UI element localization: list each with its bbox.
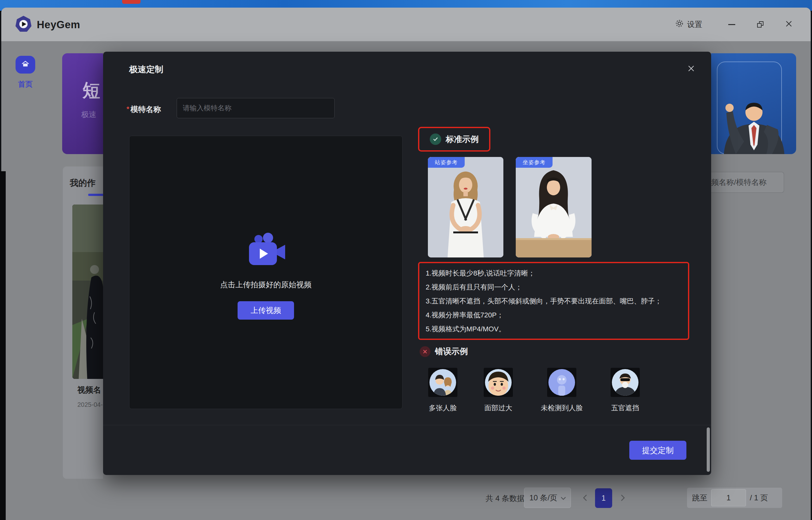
home-icon: [21, 60, 29, 70]
error-caption: 多张人脸: [429, 403, 457, 413]
brand: HeyGem: [15, 16, 80, 34]
face-too-large-avatar: [484, 368, 513, 397]
jump-page-input[interactable]: [711, 489, 746, 506]
video-name: 视频名: [77, 385, 101, 395]
titlebar: HeyGem 设置: [1, 8, 811, 41]
error-example-item: 面部过大: [470, 368, 527, 413]
error-circle-icon: [420, 346, 430, 357]
my-works-card: 我的作 视频名 2025-04-: [63, 166, 103, 479]
quick-customization-modal: 极速定制 *模特名称 点击上传拍摄好的原始视频 上传视频: [103, 52, 711, 475]
standing-pose-photo: 站姿参考: [428, 157, 503, 257]
heygem-logo-icon: [15, 16, 32, 34]
check-circle-icon: [430, 133, 441, 145]
page-number-1[interactable]: 1: [595, 488, 612, 508]
modal-scrollbar[interactable]: [707, 427, 710, 472]
upload-dropzone[interactable]: 点击上传拍摄好的原始视频 上传视频: [129, 136, 403, 409]
settings-button[interactable]: 设置: [675, 19, 702, 30]
modal-title: 极速定制: [129, 64, 163, 75]
rule-line: 5.视频格式为MP4/MOV。: [426, 322, 682, 336]
upload-video-button[interactable]: 上传视频: [237, 301, 294, 320]
minimize-button[interactable]: [728, 20, 736, 29]
banner-big-text: 短: [82, 79, 100, 103]
error-example-title: 错误示例: [435, 346, 468, 357]
banner-subtitle: 极速: [81, 109, 96, 120]
multiple-faces-avatar: [428, 368, 457, 397]
rule-line: 2.视频前后有且只有同一个人；: [426, 280, 682, 294]
standard-example-annotation: 标准示例: [418, 127, 490, 152]
page-total: / 1 页: [750, 493, 768, 503]
upload-hint: 点击上传拍摄好的原始视频: [220, 280, 311, 290]
model-name-input[interactable]: [177, 98, 335, 118]
screen: HeyGem 设置: [0, 0, 812, 520]
requirements-annotation: 1.视频时长最少8秒,说话吐字清晰； 2.视频前后有且只有同一个人； 3.五官清…: [418, 262, 689, 340]
modal-close-button[interactable]: [686, 64, 696, 74]
maximize-button[interactable]: [756, 20, 764, 29]
submit-customization-button[interactable]: 提交定制: [629, 441, 686, 460]
required-mark: *: [127, 105, 129, 113]
video-date: 2025-04-: [77, 401, 103, 408]
wallpaper-detail: [122, 0, 141, 4]
close-icon: [785, 20, 792, 29]
settings-label: 设置: [687, 19, 702, 29]
page-size-select[interactable]: 10 条/页: [524, 488, 571, 508]
error-caption: 未检测到人脸: [541, 403, 583, 413]
tab-my-works[interactable]: 我的作: [70, 177, 96, 189]
window-controls: 设置: [675, 8, 793, 41]
sidebar-item-home[interactable]: [16, 56, 35, 74]
jump-label: 跳至: [692, 493, 707, 503]
screen-edge: [0, 171, 6, 520]
footer-divider: [103, 425, 711, 425]
page-size-value: 10 条/页: [529, 493, 557, 503]
video-thumbnail[interactable]: [72, 205, 103, 379]
error-caption: 五官遮挡: [611, 403, 639, 413]
error-example-item: 多张人脸: [414, 368, 471, 413]
minimize-icon: [728, 24, 735, 25]
app-title: HeyGem: [37, 19, 80, 31]
search-input[interactable]: 频名称/模特名称: [711, 172, 784, 193]
standard-example-title: 标准示例: [446, 134, 479, 145]
pagination-total: 共 4 条数据: [486, 493, 525, 503]
model-name-label: *模特名称: [127, 104, 161, 114]
error-example-item: 未检测到人脸: [533, 368, 590, 413]
error-caption: 面部过大: [484, 403, 512, 413]
chevron-down-icon: [560, 493, 566, 502]
error-example-header: 错误示例: [420, 346, 468, 357]
prev-page-button[interactable]: [579, 491, 591, 505]
sidebar-home-label: 首页: [13, 79, 38, 89]
sitting-pose-photo: 坐姿参考: [516, 157, 591, 257]
tab-active-underline: [88, 194, 103, 196]
next-page-button[interactable]: [617, 491, 629, 505]
window-close-button[interactable]: [785, 20, 793, 29]
occluded-face-avatar: [611, 368, 640, 397]
error-example-item: 五官遮挡: [597, 368, 654, 413]
rule-line: 1.视频时长最少8秒,说话吐字清晰；: [426, 266, 682, 280]
close-icon: [687, 65, 695, 74]
restore-icon: [757, 21, 763, 28]
gear-icon: [675, 19, 684, 30]
pose-tag: 站姿参考: [428, 157, 465, 168]
banner-card-right[interactable]: [711, 53, 796, 154]
banner-card-left[interactable]: 短 极速: [62, 53, 103, 154]
video-camera-icon: [242, 233, 289, 271]
pose-tag: 坐姿参考: [516, 157, 553, 168]
rule-line: 3.五官清晰不遮挡，头部不倾斜或侧向，手势不要出现在面部、嘴巴、脖子；: [426, 294, 682, 308]
rule-line: 4.视频分辨率最低720P；: [426, 308, 682, 322]
jump-to-page-group: 跳至 / 1 页: [687, 488, 782, 508]
no-face-detected-avatar: [547, 368, 576, 397]
